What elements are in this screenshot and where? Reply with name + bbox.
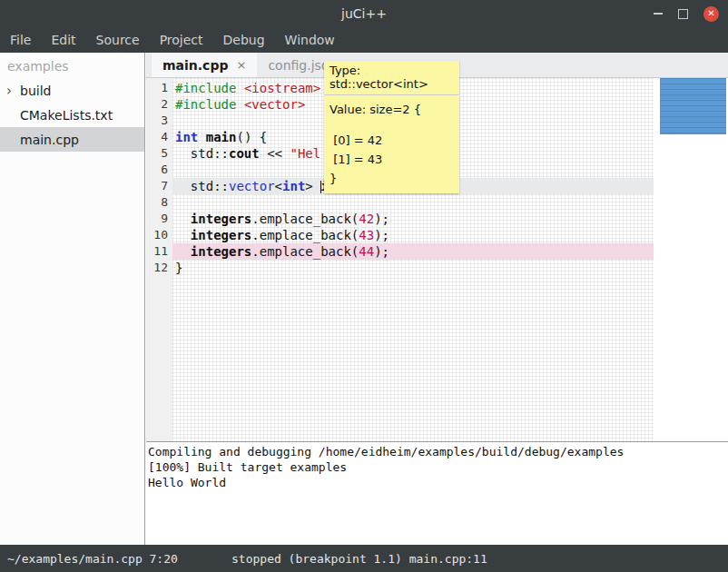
terminal-line: Hello World [148,475,728,490]
status-bar: ~/examples/main.cpp 7:20 stopped (breakp… [0,545,728,572]
code-token: std:: [175,179,229,193]
code-token [175,244,191,259]
menu-item-debug[interactable]: Debug [213,33,275,47]
tooltip-value-line: [0] = 42 [330,131,454,150]
code-token: vector [229,179,275,193]
code-token: cout [229,146,260,161]
line-number-gutter: 123456789101112 [146,78,172,441]
code-token: 42 [359,212,374,226]
line-number[interactable]: 2 [146,96,172,113]
tooltip-type-line: Type: std::vector<int> [324,61,459,94]
menu-bar: FileEditSourceProjectDebugWindow [0,27,728,53]
minimize-button[interactable] [654,13,663,15]
sidebar: examples ›buildCMakeLists.txtmain.cpp [0,53,145,545]
code-token: ); [374,212,389,226]
file-tree: ›buildCMakeLists.txtmain.cpp [0,78,144,152]
code-token [198,130,205,144]
line-number[interactable]: 1 [146,80,172,96]
code-token: .emplace_back( [251,244,359,259]
tooltip-value-line: } [330,169,454,188]
menu-item-file[interactable]: File [0,33,41,47]
code-line-12[interactable]: } [172,260,654,276]
code-line-10[interactable]: integers.emplace_back(43); [172,227,654,243]
code-token: ); [374,228,389,242]
tree-item-build[interactable]: ›build [0,78,144,103]
tab-label: main.cpp [162,58,228,73]
close-icon: ✕ [707,9,714,18]
terminal-line: [100%] Built target examples [148,459,728,475]
code-token: ); [374,244,389,259]
title-bar: juCi++ ✕ [0,0,728,27]
code-token: <vector> [244,97,305,112]
code-token: .emplace_back( [251,228,359,242]
tooltip-value-box: Value: size=2 { [0] = 42 [1] = 43} [324,95,459,193]
tooltip-value-line: [1] = 43 [330,150,454,169]
code-token [236,81,243,95]
code-token [175,212,191,226]
minimize-icon [654,13,663,15]
app-window: juCi++ ✕ FileEditSourceProjectDebugWindo… [0,0,728,572]
scrollbar-track[interactable] [654,78,728,441]
code-token: .emplace_back( [251,212,359,226]
debug-tooltip: Type: std::vector<int> Value: size=2 { [… [324,61,459,193]
code-token: } [175,261,182,275]
line-number[interactable]: 10 [146,227,172,243]
close-button[interactable]: ✕ [703,6,719,22]
code-line-9[interactable]: integers.emplace_back(42); [172,211,654,227]
tree-item-cmakelists-txt[interactable]: CMakeLists.txt [0,103,144,127]
tree-item-label: CMakeLists.txt [20,108,113,123]
code-token: integers [191,244,251,259]
code-token: std:: [175,146,229,161]
code-token: () { [236,130,267,144]
window-title: juCi++ [341,6,387,21]
status-file-position: ~/examples/main.cpp 7:20 [7,552,178,566]
menu-item-source[interactable]: Source [86,33,150,47]
code-token: int [175,130,198,144]
line-number[interactable]: 6 [146,162,172,178]
project-name: examples [0,53,144,78]
tab-main-cpp[interactable]: main.cpp× [152,53,257,77]
tree-item-main-cpp[interactable]: main.cpp [0,127,144,152]
code-token: 43 [359,228,374,242]
menu-item-edit[interactable]: Edit [41,33,85,47]
tooltip-value-line: Value: size=2 { [330,100,454,119]
code-token: #include [175,81,236,95]
code-token: < [275,179,282,193]
code-token: integers [191,212,251,226]
code-token: <iostream> [244,81,320,95]
chevron-right-icon[interactable]: › [6,82,12,98]
code-token: #include [175,97,236,112]
code-token: 44 [359,244,374,259]
line-number[interactable]: 8 [146,194,172,211]
restore-icon [678,9,688,19]
line-number[interactable]: 3 [146,113,172,129]
code-line-11[interactable]: integers.emplace_back(44); [172,243,654,260]
line-number[interactable]: 7 [146,178,172,194]
code-token: main [206,130,237,144]
menu-item-project[interactable]: Project [150,33,213,47]
line-number[interactable]: 4 [146,129,172,145]
line-number[interactable]: 5 [146,145,172,162]
scrollbar-thumb[interactable] [660,78,726,134]
status-debug-state: stopped (breakpoint 1.1) main.cpp:11 [231,552,487,566]
line-number[interactable]: 11 [146,243,172,260]
line-number[interactable]: 9 [146,211,172,227]
code-token: > [305,179,320,193]
code-token [236,97,243,112]
code-token: int [282,179,305,193]
tab-close-icon[interactable]: × [236,58,246,72]
menu-item-window[interactable]: Window [275,33,345,47]
code-token: << [260,146,290,161]
code-token [175,228,191,242]
tree-item-label: build [20,84,51,98]
restore-button[interactable] [678,9,688,19]
code-token: integers [191,228,251,242]
line-number[interactable]: 12 [146,260,172,276]
tree-item-label: main.cpp [20,133,79,147]
code-line-8[interactable] [172,194,654,211]
window-controls: ✕ [654,0,719,27]
terminal-line: Compiling and debugging /home/eidheim/ex… [148,444,728,459]
terminal-output[interactable]: Compiling and debugging /home/eidheim/ex… [146,442,728,545]
code-token: "Hel [290,146,320,161]
